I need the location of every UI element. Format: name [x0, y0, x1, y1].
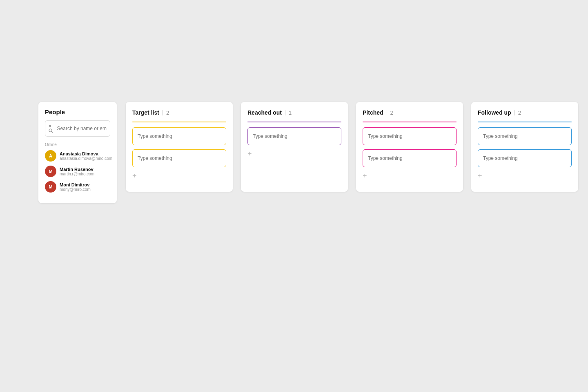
person-email: mony@miro.com: [60, 187, 91, 192]
card-input-followed-up-0[interactable]: [478, 127, 572, 145]
column-header-reached-out: Reached out 1: [247, 109, 341, 116]
column-divider: [514, 110, 515, 115]
person-item: M Martin Rusenov martin.r@miro.com: [45, 166, 110, 177]
person-info: Moni Dimitrov mony@miro.com: [60, 182, 91, 192]
card-input-target-list-1[interactable]: [132, 149, 226, 167]
person-info: Anastasia Dimova anastasia.dimova@miro.c…: [60, 151, 112, 161]
column-followed-up: Followed up 2 +: [471, 102, 578, 192]
online-label: Online: [45, 142, 110, 147]
avatar: A: [45, 150, 56, 162]
canvas: People ●​ Online A Anastasia Dimova anas…: [0, 0, 588, 392]
column-line-reached-out: [247, 122, 341, 122]
column-reached-out: Reached out 1 +: [241, 102, 348, 192]
person-name: Anastasia Dimova: [60, 151, 112, 156]
card-input-reached-out-0[interactable]: [247, 127, 341, 145]
column-divider: [163, 110, 163, 115]
person-item: A Anastasia Dimova anastasia.dimova@miro…: [45, 150, 110, 162]
add-card-button-target-list[interactable]: +: [132, 171, 137, 180]
column-title-pitched: Pitched: [363, 109, 383, 116]
card-input-pitched-0[interactable]: [363, 127, 457, 145]
column-header-pitched: Pitched 2: [363, 109, 457, 116]
column-title-reached-out: Reached out: [247, 109, 282, 116]
search-icon: ●​: [49, 123, 55, 134]
people-list: A Anastasia Dimova anastasia.dimova@miro…: [45, 150, 110, 193]
column-title-target-list: Target list: [132, 109, 159, 116]
people-panel: People ●​ Online A Anastasia Dimova anas…: [38, 102, 117, 203]
kanban-area: Target list 2 + Reached out 1 + Pitc: [126, 102, 586, 192]
person-name: Martin Rusenov: [60, 167, 94, 172]
search-box[interactable]: ●​: [45, 120, 110, 137]
person-name: Moni Dimitrov: [60, 182, 91, 187]
column-line-target-list: [132, 122, 226, 122]
column-divider: [387, 110, 387, 115]
avatar: M: [45, 166, 56, 177]
card-input-target-list-0[interactable]: [132, 127, 226, 145]
column-pitched: Pitched 2 +: [356, 102, 463, 192]
column-count-target-list: 2: [166, 110, 169, 116]
search-input[interactable]: [57, 126, 107, 131]
avatar: M: [45, 181, 56, 193]
add-card-button-followed-up[interactable]: +: [478, 171, 482, 180]
people-title: People: [45, 109, 110, 115]
column-target-list: Target list 2 +: [126, 102, 233, 192]
svg-point-0: [49, 129, 52, 132]
column-divider: [285, 110, 285, 115]
column-line-pitched: [363, 122, 457, 122]
column-line-followed-up: [478, 122, 572, 122]
column-header-followed-up: Followed up 2: [478, 109, 572, 116]
column-count-pitched: 2: [390, 110, 393, 116]
column-header-target-list: Target list 2: [132, 109, 226, 116]
column-title-followed-up: Followed up: [478, 109, 511, 116]
svg-line-1: [52, 132, 53, 133]
person-email: anastasia.dimova@miro.com: [60, 156, 112, 161]
column-count-reached-out: 1: [289, 110, 292, 116]
add-card-button-pitched[interactable]: +: [363, 171, 367, 180]
person-info: Martin Rusenov martin.r@miro.com: [60, 167, 94, 176]
add-card-button-reached-out[interactable]: +: [247, 149, 252, 158]
card-input-followed-up-1[interactable]: [478, 149, 572, 167]
person-item: M Moni Dimitrov mony@miro.com: [45, 181, 110, 193]
column-count-followed-up: 2: [518, 110, 521, 116]
person-email: martin.r@miro.com: [60, 172, 94, 176]
card-input-pitched-1[interactable]: [363, 149, 457, 167]
